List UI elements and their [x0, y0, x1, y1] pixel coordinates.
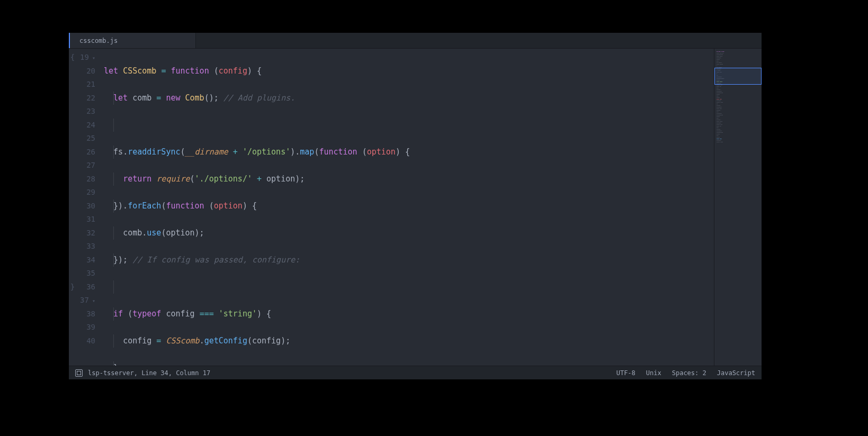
code-line [104, 280, 714, 294]
status-right: UTF-8 Unix Spaces: 2 JavaScript [616, 369, 755, 377]
minimap[interactable]: ▬▬ ▬▬▬ ▬ ▬▬▬▬▬▬▬ ▬▬▬ ▬▬ ▬▬▬▬▬▬▬▬▬▬▬▬▬▬ ▬… [714, 49, 762, 366]
fold-markers: { } [69, 51, 76, 294]
editor-window: csscomb.js { } 19 20 21 22 23 24 25 26 2… [69, 33, 762, 379]
fold-open-brace: { [69, 51, 76, 65]
minimap-viewport[interactable] [714, 68, 762, 85]
code-line: if (typeof config === 'string') { [104, 307, 714, 321]
tab-bar: csscomb.js [69, 33, 762, 49]
fold-close-brace: } [69, 280, 76, 294]
code-line: config = CSScomb.getConfig(config); [104, 334, 714, 348]
code-line: }).forEach(function (option) { [104, 199, 714, 213]
code-line: }); // If config was passed, configure: [104, 253, 714, 267]
status-language[interactable]: JavaScript [717, 369, 755, 377]
code-line: let comb = new Comb(); // Add plugins. [104, 92, 714, 105]
tab-filename: csscomb.js [79, 37, 118, 44]
status-encoding[interactable]: UTF-8 [616, 369, 636, 377]
status-cursor-position[interactable]: lsp-tsserver, Line 34, Column 17 [88, 369, 210, 377]
editor-main: { } 19 20 21 22 23 24 25 26 27 28 29 30 … [69, 49, 762, 366]
tab-active[interactable]: csscomb.js [69, 33, 196, 48]
status-left: lsp-tsserver, Line 34, Column 17 [75, 369, 210, 377]
code-line: } [104, 361, 714, 366]
code-line: let CSScomb = function (config) { [104, 65, 714, 78]
code-area[interactable]: let CSScomb = function (config) { let co… [101, 49, 714, 366]
minimap-content: ▬▬ ▬▬▬ ▬ ▬▬▬▬▬▬▬ ▬▬▬ ▬▬ ▬▬▬▬▬▬▬▬▬▬▬▬▬▬ ▬… [714, 49, 762, 145]
status-bar: lsp-tsserver, Line 34, Column 17 UTF-8 U… [69, 366, 762, 379]
code-line [104, 119, 714, 132]
code-line: fs.readdirSync(__dirname + '/options').m… [104, 146, 714, 159]
code-line: return require('./options/' + option); [104, 172, 714, 186]
status-indent[interactable]: Spaces: 2 [672, 369, 706, 377]
status-panel-icon[interactable] [75, 369, 83, 377]
gutter[interactable]: { } 19 20 21 22 23 24 25 26 27 28 29 30 … [69, 49, 101, 366]
status-line-ending[interactable]: Unix [646, 369, 661, 377]
code-line: comb.use(option); [104, 226, 714, 240]
